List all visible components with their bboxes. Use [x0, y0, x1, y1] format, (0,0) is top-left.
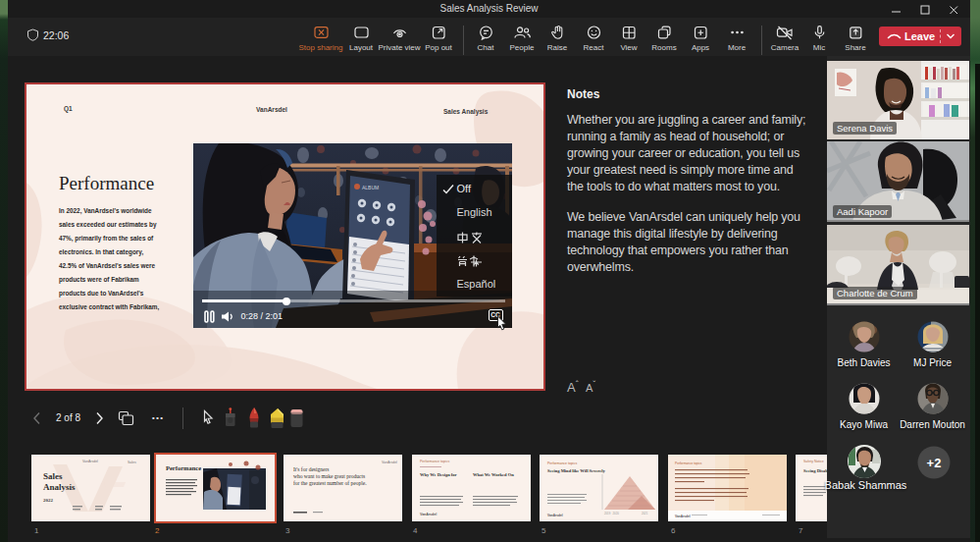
svg-text:Analysis: Analysis [43, 482, 76, 492]
svg-text:for the greatest number of peo: for the greatest number of people. [293, 480, 367, 486]
svg-text:VanArsdel: VanArsdel [420, 513, 437, 516]
svg-text:Safety Notice: Safety Notice [803, 460, 824, 463]
svg-text:It's for designers: It's for designers [293, 466, 329, 472]
svg-text:+2: +2 [927, 456, 942, 470]
svg-text:ALBUM: ALBUM [362, 185, 379, 190]
svg-text:Performance topics: Performance topics [420, 460, 449, 463]
svg-text:Sales: Sales [43, 471, 63, 481]
svg-text:who want to make great product: who want to make great products [293, 473, 365, 479]
svg-text:Performance topics: Performance topics [675, 461, 702, 465]
svg-text:Sales: Sales [128, 461, 136, 464]
svg-text:Performance topics: Performance topics [547, 461, 577, 465]
svg-text:Seeing Mind like Will Severely: Seeing Mind like Will Severely [547, 468, 606, 473]
svg-text:VanArsdel: VanArsdel [382, 461, 397, 464]
svg-text:2019 2020: 2019 2020 [604, 512, 619, 515]
svg-text:VanArsdel: VanArsdel [82, 460, 98, 463]
svg-text:2022: 2022 [43, 498, 54, 503]
svg-text:2021: 2021 [642, 512, 648, 515]
svg-text:Performance: Performance [166, 464, 201, 471]
svg-text:Why We Design for: Why We Design for [420, 472, 457, 477]
svg-text:VanArsdel: VanArsdel [547, 514, 563, 517]
svg-text:What We Worked On: What We Worked On [473, 472, 514, 477]
svg-text:VanArsdel: VanArsdel [675, 515, 691, 518]
